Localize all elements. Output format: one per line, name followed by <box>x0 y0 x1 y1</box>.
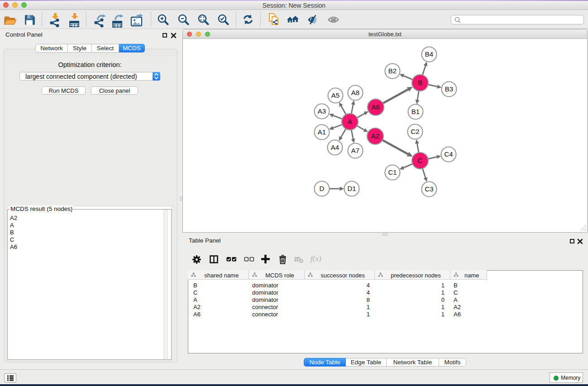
svg-text:D1: D1 <box>347 185 356 192</box>
svg-text:B2: B2 <box>388 67 397 75</box>
svg-text:A4: A4 <box>331 143 339 151</box>
svg-text:B: B <box>418 79 422 86</box>
svg-text:C2: C2 <box>411 128 419 135</box>
svg-text:A6: A6 <box>372 103 380 111</box>
svg-text:C4: C4 <box>444 150 453 158</box>
svg-text:C: C <box>418 157 423 164</box>
svg-text:C3: C3 <box>425 185 433 193</box>
svg-text:A8: A8 <box>351 89 359 96</box>
svg-text:A2: A2 <box>371 132 379 140</box>
svg-text:A: A <box>348 118 352 125</box>
svg-text:B1: B1 <box>411 108 420 115</box>
svg-text:A3: A3 <box>318 107 326 115</box>
svg-text:D: D <box>320 185 325 192</box>
svg-text:B4: B4 <box>425 50 433 58</box>
svg-text:C1: C1 <box>388 168 397 176</box>
svg-text:A1: A1 <box>318 128 326 136</box>
svg-text:A5: A5 <box>331 91 339 99</box>
svg-text:A7: A7 <box>351 147 359 154</box>
svg-text:B3: B3 <box>445 85 453 93</box>
